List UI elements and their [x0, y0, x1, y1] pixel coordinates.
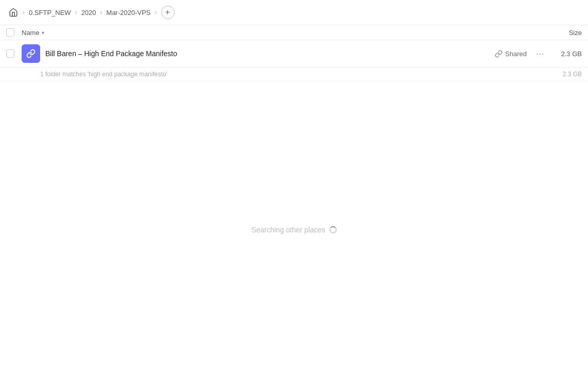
- breadcrumb-separator-1: ›: [23, 9, 25, 16]
- breadcrumb-mar-vps[interactable]: Mar-2020-VPS: [105, 8, 153, 18]
- select-all-checkbox[interactable]: [6, 28, 14, 37]
- add-breadcrumb-button[interactable]: +: [161, 6, 175, 19]
- file-type-icon: [22, 44, 40, 63]
- breadcrumb-bar: › 0.SFTP_NEW › 2020 › Mar-2020-VPS › +: [0, 0, 588, 25]
- file-more-button[interactable]: ···: [533, 47, 547, 60]
- breadcrumb-2020[interactable]: 2020: [79, 8, 98, 18]
- column-header-row: Name ▾ Size: [0, 25, 588, 40]
- match-info-row: 1 folder matches 'high end package manif…: [0, 68, 588, 81]
- file-name-label: Bill Baren – High End Package Manifesto: [45, 49, 495, 58]
- breadcrumb-sftp[interactable]: 0.SFTP_NEW: [27, 8, 73, 18]
- file-checkbox[interactable]: [6, 49, 14, 58]
- breadcrumb-separator-3: ›: [100, 9, 102, 16]
- name-column-header[interactable]: Name ▾: [22, 29, 541, 37]
- match-info-size: 2.3 GB: [551, 71, 582, 78]
- size-column-header: Size: [541, 29, 582, 37]
- file-size-value: 2.3 GB: [551, 50, 582, 58]
- searching-text: Searching other places: [251, 226, 325, 234]
- file-row[interactable]: Bill Baren – High End Package Manifesto …: [0, 40, 588, 68]
- select-all-checkbox-container[interactable]: [6, 28, 22, 37]
- searching-spinner: [330, 226, 337, 233]
- name-sort-icon: ▾: [42, 30, 44, 36]
- file-shared-badge: Shared: [495, 50, 527, 58]
- breadcrumb-separator-4: ›: [155, 9, 157, 16]
- shared-label: Shared: [505, 50, 527, 58]
- searching-area: Searching other places: [0, 226, 588, 234]
- match-info-text: 1 folder matches 'high end package manif…: [40, 71, 551, 78]
- file-checkbox-container[interactable]: [6, 49, 22, 58]
- home-button[interactable]: [6, 5, 21, 20]
- name-column-label: Name: [22, 29, 40, 37]
- breadcrumb-separator-2: ›: [75, 9, 77, 16]
